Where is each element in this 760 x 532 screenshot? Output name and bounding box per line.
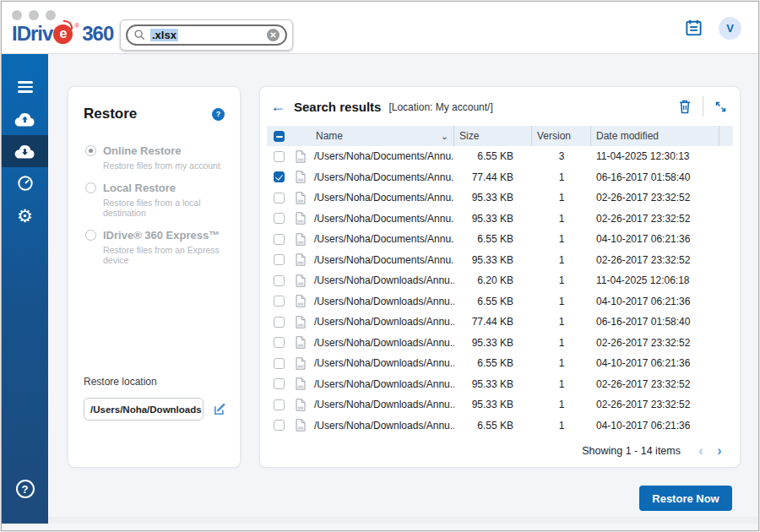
- file-size: 95.33 KB: [454, 213, 532, 225]
- table-row[interactable]: /Users/Noha/Downloads/Annu... 95.33 KB 1…: [267, 333, 733, 354]
- file-path: /Users/Noha/Downloads/Annu...: [311, 274, 454, 286]
- row-checkbox[interactable]: [274, 399, 285, 410]
- option-express-restore[interactable]: IDrive® 360 Express™ Restore files from …: [85, 229, 228, 265]
- file-type-icon: [290, 377, 311, 390]
- file-version: 3: [532, 150, 591, 162]
- file-version: 1: [532, 254, 591, 266]
- express-restore-label: IDrive® 360 Express™: [103, 229, 220, 242]
- search-results-location: [Location: My account/]: [388, 100, 492, 113]
- file-type-icon: [290, 295, 311, 307]
- logo-text-idriv: IDriv: [12, 22, 52, 46]
- table-row[interactable]: /Users/Noha/Downloads/Annu... 95.33 KB 1…: [267, 394, 733, 415]
- column-header-name[interactable]: Name ⌄: [311, 126, 454, 146]
- row-checkbox[interactable]: [274, 420, 285, 431]
- table-row[interactable]: /Users/Noha/Downloads/Annu... 77.44 KB 1…: [267, 312, 733, 333]
- online-restore-radio[interactable]: [85, 145, 96, 156]
- sidebar-menu-toggle[interactable]: [2, 71, 48, 103]
- file-date-modified: 02-26-2017 23:32:52: [591, 192, 719, 204]
- name-header-label: Name: [316, 130, 343, 142]
- edit-location-icon[interactable]: [212, 401, 228, 417]
- file-path: /Users/Noha/Documents/Annu...: [311, 213, 454, 225]
- user-avatar[interactable]: V: [719, 17, 741, 40]
- expand-icon[interactable]: [714, 100, 728, 114]
- row-checkbox[interactable]: [274, 151, 285, 162]
- search-results-panel: ← Search results [Location: My account/]: [259, 86, 741, 468]
- option-local-restore[interactable]: Local Restore Restore files from a local…: [85, 182, 228, 218]
- window-close-button[interactable]: [12, 10, 22, 20]
- option-online-restore[interactable]: Online Restore Restore files from my acc…: [85, 144, 228, 171]
- row-checkbox[interactable]: [274, 317, 285, 328]
- table-row[interactable]: /Users/Noha/Documents/Annu... 6.55 KB 1 …: [267, 229, 733, 250]
- restore-help-icon[interactable]: ?: [212, 108, 225, 121]
- table-row[interactable]: /Users/Noha/Documents/Annu... 77.44 KB 1…: [267, 167, 733, 188]
- window-zoom-button[interactable]: [46, 10, 56, 20]
- sidebar-item-settings[interactable]: ⚙: [2, 199, 48, 231]
- local-restore-radio[interactable]: [85, 182, 96, 193]
- delete-trash-icon[interactable]: [677, 99, 692, 115]
- file-version: 1: [532, 316, 591, 328]
- column-header-version[interactable]: Version: [532, 126, 591, 146]
- table-row[interactable]: /Users/Noha/Downloads/Annu... 6.55 KB 1 …: [267, 291, 733, 312]
- column-header-size[interactable]: Size: [454, 126, 532, 146]
- file-path: /Users/Noha/Downloads/Annu...: [311, 399, 454, 410]
- file-size: 95.33 KB: [454, 378, 532, 390]
- sidebar-item-help[interactable]: ?: [2, 480, 48, 498]
- file-date-modified: 02-26-2017 23:32:52: [591, 378, 719, 390]
- file-date-modified: 02-26-2017 23:32:52: [591, 399, 719, 410]
- table-row[interactable]: /Users/Noha/Documents/Annu... 95.33 KB 1…: [267, 209, 733, 230]
- restore-location-label: Restore location: [84, 376, 228, 388]
- file-size: 95.33 KB: [454, 192, 532, 204]
- file-date-modified: 04-10-2017 06:21:36: [591, 233, 719, 245]
- sidebar-item-backup[interactable]: [2, 103, 48, 135]
- table-row[interactable]: /Users/Noha/Downloads/Annu... 6.55 KB 1 …: [267, 353, 733, 374]
- next-page-icon[interactable]: ›: [713, 444, 726, 458]
- sort-chevron-icon[interactable]: ⌄: [441, 131, 448, 142]
- prev-page-icon[interactable]: ‹: [694, 444, 708, 458]
- clear-search-icon[interactable]: ✕: [267, 29, 280, 41]
- row-checkbox[interactable]: [274, 378, 285, 389]
- file-path: /Users/Noha/Downloads/Annu...: [311, 316, 454, 328]
- row-checkbox[interactable]: [274, 193, 285, 204]
- app-window: IDriv e ® 360 .xlsx ✕: [1, 1, 759, 531]
- file-date-modified: 11-04-2025 12:06:18: [591, 274, 719, 286]
- restore-location-input[interactable]: /Users/Noha/Downloads: [84, 398, 204, 421]
- file-version: 1: [532, 357, 591, 369]
- row-checkbox[interactable]: [274, 254, 285, 265]
- logo-lock-e-icon: e: [53, 24, 73, 44]
- table-header-row: Name ⌄ Size Version Date modified: [267, 126, 733, 146]
- select-all-checkbox[interactable]: [274, 131, 285, 142]
- restore-now-button[interactable]: Restore Now: [639, 486, 732, 511]
- file-type-icon: [290, 212, 311, 225]
- row-checkbox[interactable]: [274, 213, 285, 224]
- window-minimize-button[interactable]: [29, 10, 39, 20]
- table-row[interactable]: /Users/Noha/Documents/Annu... 6.55 KB 3 …: [267, 146, 733, 167]
- back-arrow-icon[interactable]: ←: [270, 98, 285, 116]
- hamburger-menu-icon: [18, 79, 33, 95]
- file-version: 1: [532, 378, 591, 390]
- sidebar-item-restore[interactable]: [2, 135, 48, 167]
- table-row[interactable]: /Users/Noha/Documents/Annu... 95.33 KB 1…: [267, 250, 733, 271]
- row-checkbox[interactable]: [274, 296, 285, 307]
- row-checkbox[interactable]: [274, 337, 285, 348]
- sidebar-item-activity[interactable]: [2, 167, 48, 199]
- table-row[interactable]: /Users/Noha/Documents/Annu... 95.33 KB 1…: [267, 187, 733, 209]
- search-box[interactable]: .xlsx ✕: [120, 19, 293, 51]
- row-checkbox[interactable]: [274, 275, 285, 286]
- reports-clipboard-icon[interactable]: [684, 18, 703, 38]
- express-restore-radio[interactable]: [85, 230, 96, 241]
- file-size: 95.33 KB: [454, 337, 532, 349]
- cloud-backup-icon: [14, 110, 36, 128]
- file-version: 1: [532, 337, 591, 349]
- row-checkbox[interactable]: [274, 358, 285, 369]
- search-input[interactable]: .xlsx ✕: [126, 24, 287, 46]
- table-row[interactable]: /Users/Noha/Downloads/Annu... 6.20 KB 1 …: [267, 270, 733, 291]
- search-value[interactable]: .xlsx: [150, 29, 178, 41]
- sidebar: ⚙ ?: [2, 54, 48, 524]
- showing-count: Showing 1 - 14 items: [582, 445, 681, 457]
- column-header-date[interactable]: Date modified: [591, 126, 719, 146]
- file-type-icon: [290, 150, 311, 163]
- row-checkbox[interactable]: [274, 234, 285, 245]
- table-row[interactable]: /Users/Noha/Downloads/Annu... 6.55 KB 1 …: [267, 415, 733, 437]
- row-checkbox[interactable]: [274, 171, 285, 182]
- table-row[interactable]: /Users/Noha/Downloads/Annu... 95.33 KB 1…: [267, 374, 733, 395]
